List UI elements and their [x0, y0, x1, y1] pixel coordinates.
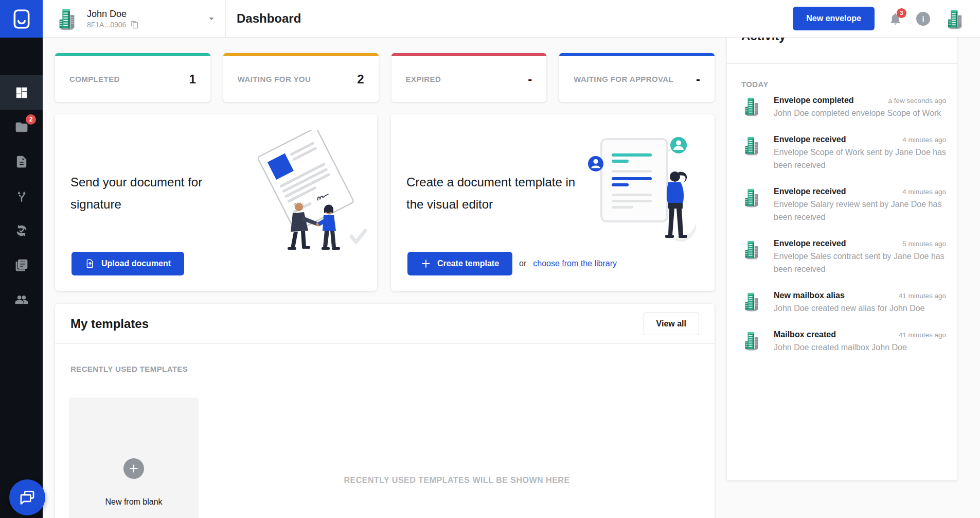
people-icon — [15, 293, 28, 306]
library-icon — [15, 258, 28, 272]
info-button[interactable]: i — [916, 12, 930, 26]
upload-document-button[interactable]: Upload document — [72, 252, 184, 275]
top-header: John Doe 8F1A...0906 Dashboard New envel… — [43, 0, 980, 38]
activity-item[interactable]: Envelope received 4 minutes ago Envelope… — [741, 135, 946, 171]
activity-item[interactable]: Envelope received 4 minutes ago Envelope… — [741, 187, 946, 223]
stat-value: - — [528, 72, 532, 87]
activity-avatar — [741, 291, 762, 312]
folder-badge: 2 — [26, 114, 36, 125]
plus-icon — [421, 258, 431, 269]
templates-header: My templates View all — [55, 304, 715, 344]
sidebar-item-dashboard[interactable] — [0, 75, 43, 110]
stat-label: EXPIRED — [406, 75, 441, 83]
sidebar: 2 — [0, 0, 43, 518]
activity-item-title: Envelope received — [774, 239, 846, 248]
new-from-blank-card[interactable]: New from blank — [69, 398, 199, 518]
header-actions: New envelope 3 i — [793, 7, 980, 30]
sidebar-item-documents[interactable] — [0, 144, 43, 179]
activity-item[interactable]: Envelope completed a few seconds ago Joh… — [741, 96, 946, 119]
activity-item-desc: Envelope Salary review sent by Jane Doe … — [774, 198, 946, 223]
upload-document-label: Upload document — [101, 259, 171, 268]
activity-item-time: a few seconds ago — [888, 97, 946, 105]
activity-item-time: 41 minutes ago — [899, 331, 946, 339]
stat-value: 1 — [189, 72, 195, 87]
activity-item-title: Mailbox created — [774, 330, 836, 339]
user-avatar[interactable] — [944, 8, 966, 29]
send-document-card: Send your document for signature Upload … — [55, 114, 377, 291]
stat-value: 2 — [357, 72, 364, 87]
workspace-text: John Doe 8F1A...0906 — [87, 8, 139, 29]
document-smile-logo-icon — [11, 8, 32, 30]
stat-value: - — [696, 72, 700, 87]
send-card-title: Send your document for signature — [70, 171, 202, 215]
app-logo[interactable] — [0, 0, 43, 38]
sidebar-item-library[interactable] — [0, 248, 43, 282]
chat-icon — [19, 489, 36, 506]
create-template-button[interactable]: Create template — [407, 252, 512, 275]
activity-item-desc: Envelope Sales contract sent by Jane Doe… — [774, 250, 946, 275]
template-editor-illustration — [587, 133, 707, 244]
stat-waiting-for-approval[interactable]: WAITING FOR APPROVAL - — [559, 53, 715, 102]
stat-label: COMPLETED — [69, 75, 120, 83]
activity-item-desc: John Doe completed envelope Scope of Wor… — [774, 107, 946, 119]
sync-check-icon — [15, 224, 28, 237]
new-from-blank-label: New from blank — [105, 497, 162, 507]
activity-item-title: Envelope received — [774, 135, 846, 144]
copy-icon[interactable] — [131, 21, 139, 29]
activity-avatar — [741, 96, 762, 116]
info-icon: i — [922, 14, 924, 23]
stat-label: WAITING FOR YOU — [238, 75, 311, 83]
sidebar-nav: 2 — [0, 75, 43, 317]
sidebar-item-folders[interactable]: 2 — [0, 110, 43, 144]
document-icon — [15, 155, 28, 168]
or-text: or — [519, 259, 526, 268]
sidebar-item-workflows[interactable] — [0, 179, 43, 213]
workspace-name: John Doe — [87, 8, 139, 20]
sidebar-item-status[interactable] — [0, 213, 43, 248]
template-card-title: Create a document template in the visual… — [406, 171, 575, 215]
stat-waiting-for-you[interactable]: WAITING FOR YOU 2 — [223, 53, 379, 102]
templates-empty-text: RECENTLY USED TEMPLATES WILL BE SHOWN HE… — [215, 476, 699, 485]
choose-from-library-link[interactable]: choose from the library — [533, 259, 617, 268]
workspace-id: 8F1A...0906 — [87, 21, 126, 29]
notifications-button[interactable]: 3 — [888, 12, 902, 26]
dashboard-icon — [15, 86, 28, 99]
activity-item-desc: John Doe created new alias for John Doe — [774, 302, 946, 315]
signature-illustration — [251, 130, 370, 250]
action-cards-row: Send your document for signature Upload … — [55, 114, 715, 291]
new-envelope-button[interactable]: New envelope — [793, 7, 875, 30]
activity-avatar — [741, 187, 762, 208]
chevron-down-icon — [206, 13, 217, 24]
workspace-avatar — [55, 7, 79, 30]
activity-group-label: TODAY — [741, 80, 769, 89]
notification-badge: 3 — [897, 8, 906, 18]
stat-completed[interactable]: COMPLETED 1 — [55, 53, 210, 102]
recently-used-label: RECENTLY USED TEMPLATES — [70, 365, 188, 373]
activity-item-time: 5 minutes ago — [902, 240, 946, 248]
activity-item-time: 4 minutes ago — [902, 188, 946, 196]
workspace-selector[interactable]: John Doe 8F1A...0906 — [43, 0, 226, 37]
activity-item[interactable]: New mailbox alias 41 minutes ago John Do… — [741, 291, 946, 315]
templates-title: My templates — [70, 317, 149, 331]
stat-label: WAITING FOR APPROVAL — [574, 75, 673, 83]
activity-item[interactable]: Mailbox created 41 minutes ago John Doe … — [741, 330, 946, 354]
my-templates-card: My templates View all RECENTLY USED TEMP… — [55, 304, 715, 518]
activity-item-title: New mailbox alias — [774, 291, 845, 300]
page-title: Dashboard — [237, 11, 301, 26]
sidebar-item-contacts[interactable] — [0, 282, 43, 317]
activity-item-time: 41 minutes ago — [899, 292, 946, 300]
new-envelope-label: New envelope — [806, 14, 861, 23]
activity-list: Envelope completed a few seconds ago Joh… — [741, 96, 946, 354]
activity-avatar — [741, 239, 762, 260]
activity-item-time: 4 minutes ago — [902, 136, 946, 144]
stats-row: COMPLETED 1 WAITING FOR YOU 2 EXPIRED - … — [55, 53, 715, 102]
activity-panel: Activity TODAY Envelope completed a few … — [727, 0, 957, 480]
chat-fab-button[interactable] — [9, 479, 45, 515]
create-template-card: Create a document template in the visual… — [391, 114, 715, 291]
activity-item-desc: Envelope Scope of Work sent by Jane Doe … — [774, 146, 946, 171]
upload-document-icon — [85, 258, 95, 269]
activity-avatar — [741, 135, 762, 156]
activity-item[interactable]: Envelope received 5 minutes ago Envelope… — [741, 239, 946, 275]
stat-expired[interactable]: EXPIRED - — [391, 53, 547, 102]
view-all-button[interactable]: View all — [644, 313, 699, 335]
